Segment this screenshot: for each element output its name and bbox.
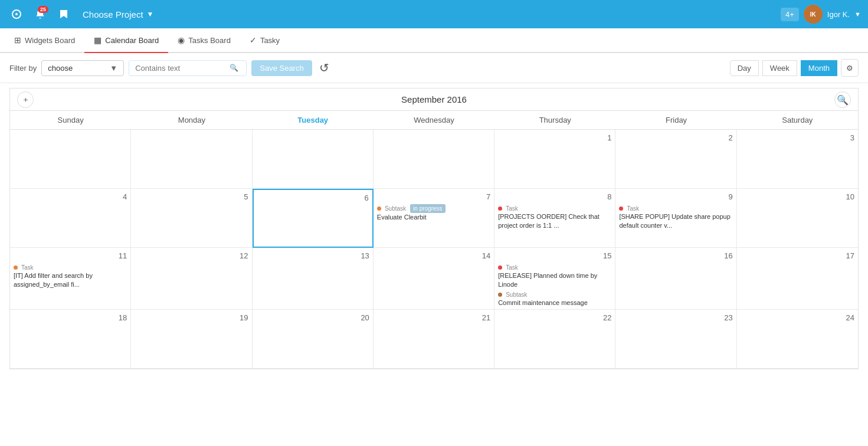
day-label-monday: Monday xyxy=(131,111,252,129)
day-label-sunday: Sunday xyxy=(10,111,131,129)
filter-bar: Filter by choose ▼ 🔍 Save Search ↺ Day W… xyxy=(0,53,868,83)
task-dot-brown-15 xyxy=(498,293,502,297)
cal-cell-sep14[interactable]: 14 xyxy=(374,248,494,310)
calendar-settings-button[interactable]: ⚙ xyxy=(841,59,859,77)
day-label-friday: Friday xyxy=(615,111,736,129)
task-text-sep7: Evaluate Clearbit xyxy=(377,213,490,221)
task-text-sep15a: [RELEASE] Planned down time by Linode xyxy=(498,271,611,288)
cal-cell-sep15[interactable]: 15 Task [RELEASE] Planned down time by L… xyxy=(494,248,615,310)
task-sep7-1: Subtask in progress Evaluate Clearbit xyxy=(377,204,490,221)
notification-button[interactable]: 25 xyxy=(31,5,50,24)
user-dropdown-arrow[interactable]: ▼ xyxy=(854,11,861,18)
day-label-saturday: Saturday xyxy=(737,111,858,129)
calendar-icon: ▦ xyxy=(94,35,101,45)
cal-cell-sep7[interactable]: 7 Subtask in progress Evaluate Clearbit xyxy=(374,189,494,248)
app-icon xyxy=(11,9,22,19)
cal-cell-sep1[interactable]: 1 xyxy=(494,130,615,189)
project-selector[interactable]: Choose Project ▼ xyxy=(78,7,158,22)
task-sep9-1: Task [SHARE POPUP] Update share popup de… xyxy=(619,204,732,229)
prev-month-button[interactable]: ＋ xyxy=(17,91,34,108)
tab-widgets-label: Widgets Board xyxy=(25,36,75,45)
nav-left: 25 Choose Project ▼ xyxy=(7,5,158,24)
search-box: 🔍 xyxy=(129,60,247,76)
filter-dropdown[interactable]: choose ▼ xyxy=(41,60,124,76)
settings-icon: ⚙ xyxy=(846,64,853,73)
cal-cell-sep10[interactable]: 10 xyxy=(737,189,858,248)
day-headers: Sunday Monday Tuesday Wednesday Thursday… xyxy=(10,111,858,130)
task-text-sep11: [IT] Add filter and search by assigned_b… xyxy=(14,271,127,288)
save-search-button[interactable]: Save Search xyxy=(251,60,312,76)
cal-cell-empty-3[interactable] xyxy=(253,130,374,189)
task-text-sep15b: Commit maintenance message xyxy=(498,299,611,307)
task-dot-orange xyxy=(377,206,381,211)
avatar-image: IK xyxy=(804,5,823,24)
calendar-search-button[interactable]: 🔍 xyxy=(837,94,849,105)
task-sep15-1: Task [RELEASE] Planned down time by Lino… xyxy=(498,263,611,288)
plus-button[interactable]: 4+ xyxy=(781,8,799,21)
tasky-icon: ✓ xyxy=(250,35,257,45)
day-label-wednesday: Wednesday xyxy=(374,111,494,129)
cal-cell-sep5[interactable]: 5 xyxy=(131,189,252,248)
cal-cell-sep19[interactable]: 19 xyxy=(131,310,252,369)
cal-cell-sep17[interactable]: 17 xyxy=(737,248,858,310)
day-label-tuesday: Tuesday xyxy=(253,111,374,129)
cal-cell-sep8[interactable]: 8 Task [PROJECTS OORDER] Check that proj… xyxy=(494,189,615,248)
tab-tasky[interactable]: ✓ Tasky xyxy=(240,28,289,53)
cal-cell-sep18[interactable]: 18 xyxy=(10,310,131,369)
cal-cell-sep23[interactable]: 23 xyxy=(615,310,736,369)
notification-badge: 25 xyxy=(38,6,48,13)
task-sep8-1: Task [PROJECTS OORDER] Check that projec… xyxy=(498,204,611,229)
cal-cell-sep16[interactable]: 16 xyxy=(615,248,736,310)
tab-tasks[interactable]: ◉ Tasks Board xyxy=(168,28,240,53)
task-dot-red-9 xyxy=(619,206,623,211)
svg-point-1 xyxy=(15,13,18,15)
task-dot-red-8 xyxy=(498,206,502,211)
cursor-indicator: ↺ xyxy=(319,61,329,75)
bookmark-button[interactable] xyxy=(54,5,73,24)
filter-chevron: ▼ xyxy=(110,64,117,73)
search-input[interactable] xyxy=(135,64,230,73)
tab-widgets[interactable]: ⊞ Widgets Board xyxy=(5,28,84,53)
day-label-thursday: Thursday xyxy=(494,111,615,129)
cal-cell-sep3[interactable]: 3 xyxy=(737,130,858,189)
cal-cell-empty-4[interactable] xyxy=(374,130,494,189)
cal-cell-sep13[interactable]: 13 xyxy=(253,248,374,310)
cal-cell-sep20[interactable]: 20 xyxy=(253,310,374,369)
task-dot-red-15a xyxy=(498,265,502,270)
cal-cell-empty-2[interactable] xyxy=(131,130,252,189)
nav-right: 4+ IK Igor K. ▼ xyxy=(781,5,861,24)
filter-value: choose xyxy=(48,64,73,73)
task-text-sep8: [PROJECTS OORDER] Check that project ord… xyxy=(498,212,611,229)
cal-cell-sep22[interactable]: 22 xyxy=(494,310,615,369)
cal-cell-empty-1[interactable] xyxy=(10,130,131,189)
task-dot-orange-11 xyxy=(14,265,18,270)
cal-cell-sep21[interactable]: 21 xyxy=(374,310,494,369)
cal-cell-sep9[interactable]: 9 Task [SHARE POPUP] Update share popup … xyxy=(615,189,736,248)
tab-bar: ⊞ Widgets Board ▦ Calendar Board ◉ Tasks… xyxy=(0,28,868,53)
avatar: IK xyxy=(804,5,823,24)
tab-tasks-label: Tasks Board xyxy=(188,36,231,45)
project-arrow: ▼ xyxy=(147,10,154,18)
cal-cell-sep2[interactable]: 2 xyxy=(615,130,736,189)
month-view-button[interactable]: Month xyxy=(801,60,837,76)
app-icon-button[interactable] xyxy=(7,5,26,24)
top-nav: 25 Choose Project ▼ 4+ IK Igor K. ▼ xyxy=(0,0,868,28)
calendar-container: ＋ September 2016 ＋ 🔍 Sunday Monday Tuesd… xyxy=(9,88,859,369)
cal-cell-sep6-today[interactable]: 6 xyxy=(253,189,374,248)
task-sep11-1: Task [IT] Add filter and search by assig… xyxy=(14,263,127,288)
in-progress-badge: in progress xyxy=(410,204,445,213)
cal-cell-sep12[interactable]: 12 xyxy=(131,248,252,310)
day-view-button[interactable]: Day xyxy=(730,60,759,76)
cal-cell-sep4[interactable]: 4 xyxy=(10,189,131,248)
cal-cell-sep24[interactable]: 24 xyxy=(737,310,858,369)
task-sep15-2: Subtask Commit maintenance message xyxy=(498,290,611,307)
calendar-header: ＋ September 2016 ＋ 🔍 xyxy=(10,88,858,111)
cal-cell-sep11[interactable]: 11 Task [IT] Add filter and search by as… xyxy=(10,248,131,310)
user-name[interactable]: Igor K. xyxy=(827,10,850,19)
week-view-button[interactable]: Week xyxy=(762,60,797,76)
calendar-title: September 2016 xyxy=(401,94,467,104)
tab-calendar[interactable]: ▦ Calendar Board xyxy=(84,28,168,53)
tab-tasky-label: Tasky xyxy=(260,36,280,45)
search-icon: 🔍 xyxy=(230,64,238,72)
prev-arrow-icon: ＋ xyxy=(22,94,30,105)
